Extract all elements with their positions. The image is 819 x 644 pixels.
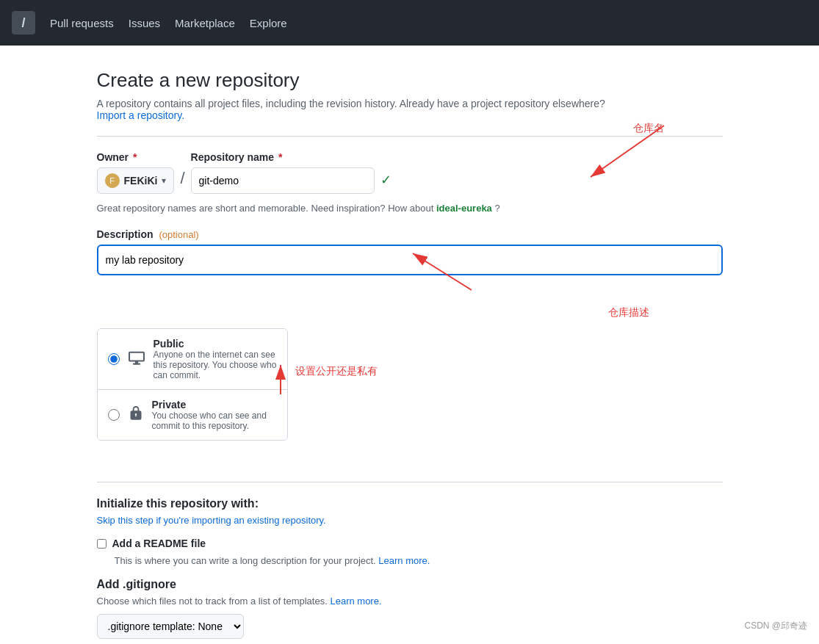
gitignore-desc: Choose which files not to track from a l… — [97, 596, 723, 607]
gitignore-title: Add .gitignore — [97, 578, 723, 591]
page-title: Create a new repository — [97, 69, 723, 92]
import-link[interactable]: Import a repository. — [97, 109, 185, 121]
init-skip: Skip this step if you're importing an ex… — [97, 515, 723, 526]
readme-desc: This is where you can write a long descr… — [115, 555, 723, 566]
navbar: / Pull requests Issues Marketplace Explo… — [0, 0, 819, 46]
visibility-options: Public Anyone on the internet can see th… — [97, 328, 288, 441]
nav-explore[interactable]: Explore — [250, 17, 287, 29]
divider-2 — [97, 482, 723, 482]
private-icon — [129, 406, 143, 424]
divider-1 — [97, 136, 723, 137]
private-text: Private You choose who can see and commi… — [152, 399, 277, 431]
description-input[interactable] — [97, 245, 723, 275]
csdn-watermark: CSDN @邱奇迹 — [744, 620, 807, 632]
owner-field-group: Owner * F FEKiKi ▾ — [97, 151, 175, 194]
main-content: Create a new repository A repository con… — [79, 46, 740, 644]
readme-label[interactable]: Add a README file — [112, 538, 206, 549]
visibility-section: Public Anyone on the internet can see th… — [97, 328, 723, 441]
owner-repo-row: Owner * F FEKiKi ▾ / Repository name * — [97, 151, 723, 194]
owner-select-button[interactable]: F FEKiKi ▾ — [97, 167, 175, 194]
visibility-public-option[interactable]: Public Anyone on the internet can see th… — [98, 329, 287, 390]
owner-repo-section: 仓库名 Owner * F FEKiKi ▾ — [97, 151, 723, 194]
arrow-visibility — [273, 350, 420, 409]
nav-marketplace[interactable]: Marketplace — [175, 17, 235, 29]
init-section: Initialize this repository with: Skip th… — [97, 497, 723, 639]
public-text: Public Anyone on the internet can see th… — [154, 338, 277, 380]
owner-name: FEKiKi — [124, 175, 158, 187]
private-radio[interactable] — [108, 409, 120, 421]
description-label: Description (optional) — [97, 228, 723, 240]
init-title: Initialize this repository with: — [97, 497, 723, 510]
gitignore-section: Add .gitignore Choose which files not to… — [97, 578, 723, 639]
subtitle-text: A repository contains all project files,… — [97, 98, 723, 121]
owner-avatar: F — [105, 173, 120, 188]
slash-separator: / — [180, 169, 184, 194]
skip-link[interactable]: Skip this step if you're importing an ex… — [97, 515, 326, 526]
logo-button[interactable]: / — [12, 11, 35, 35]
readme-row: Add a README file — [97, 538, 723, 549]
owner-label: Owner * — [97, 151, 175, 163]
repo-name-field-group: Repository name * ✓ — [191, 151, 392, 194]
nav-issues[interactable]: Issues — [129, 17, 160, 29]
repo-name-input[interactable] — [191, 167, 375, 194]
annotation-repo-name: 仓库名 — [633, 122, 664, 135]
description-section: Description (optional) 仓库描述 — [97, 228, 723, 275]
readme-checkbox[interactable] — [97, 539, 107, 549]
inspiration-text: Great repository names are short and mem… — [97, 203, 723, 214]
gitignore-template-select[interactable]: .gitignore template: None — [97, 614, 244, 639]
nav-pull-requests[interactable]: Pull requests — [50, 17, 114, 29]
public-radio[interactable] — [108, 353, 120, 365]
gitignore-learn-more[interactable]: Learn more. — [330, 596, 381, 607]
visibility-private-option[interactable]: Private You choose who can see and commi… — [98, 390, 287, 440]
check-icon: ✓ — [380, 172, 392, 194]
suggestion-link[interactable]: ideal-eureka — [436, 203, 492, 214]
public-icon — [129, 350, 145, 369]
chevron-down-icon: ▾ — [162, 176, 166, 186]
annotation-visibility: 设置公开还是私有 — [295, 365, 378, 378]
repo-name-label: Repository name * — [191, 151, 392, 163]
readme-learn-more[interactable]: Learn more. — [378, 555, 430, 566]
